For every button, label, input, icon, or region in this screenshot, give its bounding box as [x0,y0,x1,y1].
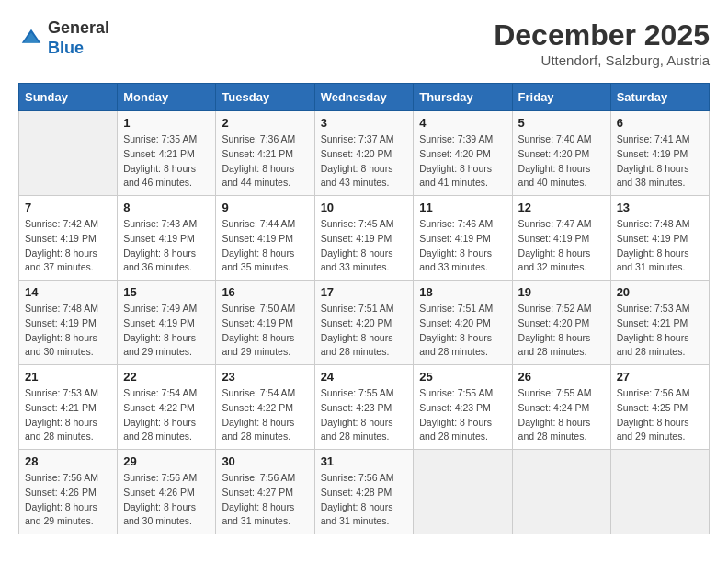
day-number: 6 [617,116,703,130]
calendar-cell: 4Sunrise: 7:39 AMSunset: 4:20 PMDaylight… [414,111,512,196]
calendar-cell: 13Sunrise: 7:48 AMSunset: 4:19 PMDayligh… [610,196,709,281]
day-info: Sunrise: 7:52 AMSunset: 4:20 PMDaylight:… [518,302,605,360]
day-number: 24 [321,370,408,384]
day-info: Sunrise: 7:37 AMSunset: 4:20 PMDaylight:… [321,132,408,190]
calendar-cell [512,450,610,534]
weekday-header-thursday: Thursday [414,84,512,111]
day-number: 3 [321,116,408,130]
day-number: 19 [518,285,605,299]
location-subtitle: Uttendorf, Salzburg, Austria [494,52,710,68]
logo: General Blue [18,18,109,58]
weekday-header-wednesday: Wednesday [314,84,414,111]
day-info: Sunrise: 7:47 AMSunset: 4:19 PMDaylight:… [518,217,605,275]
calendar-cell: 31Sunrise: 7:56 AMSunset: 4:28 PMDayligh… [314,450,414,534]
day-info: Sunrise: 7:48 AMSunset: 4:19 PMDaylight:… [617,217,703,275]
calendar-cell: 1Sunrise: 7:35 AMSunset: 4:21 PMDaylight… [118,111,216,196]
calendar-cell: 5Sunrise: 7:40 AMSunset: 4:20 PMDaylight… [512,111,610,196]
day-info: Sunrise: 7:56 AMSunset: 4:26 PMDaylight:… [25,471,111,529]
calendar-cell: 22Sunrise: 7:54 AMSunset: 4:22 PMDayligh… [118,365,216,450]
calendar-week-1: 1Sunrise: 7:35 AMSunset: 4:21 PMDaylight… [19,111,710,196]
day-info: Sunrise: 7:51 AMSunset: 4:20 PMDaylight:… [321,302,408,360]
calendar-week-2: 7Sunrise: 7:42 AMSunset: 4:19 PMDaylight… [19,196,710,281]
page-header: General Blue December 2025 Uttendorf, Sa… [18,18,710,68]
day-number: 20 [617,285,703,299]
day-number: 14 [25,285,111,299]
day-number: 10 [321,201,408,214]
day-info: Sunrise: 7:39 AMSunset: 4:20 PMDaylight:… [419,132,506,190]
day-info: Sunrise: 7:40 AMSunset: 4:20 PMDaylight:… [518,132,605,190]
day-info: Sunrise: 7:56 AMSunset: 4:26 PMDaylight:… [123,471,210,529]
calendar-cell: 8Sunrise: 7:43 AMSunset: 4:19 PMDaylight… [118,196,216,281]
calendar-cell: 2Sunrise: 7:36 AMSunset: 4:21 PMDaylight… [216,111,314,196]
day-info: Sunrise: 7:51 AMSunset: 4:20 PMDaylight:… [419,302,506,360]
day-number: 31 [321,454,408,468]
day-number: 25 [419,370,506,384]
day-info: Sunrise: 7:56 AMSunset: 4:25 PMDaylight:… [617,386,703,444]
day-info: Sunrise: 7:55 AMSunset: 4:24 PMDaylight:… [518,386,605,444]
calendar-cell: 29Sunrise: 7:56 AMSunset: 4:26 PMDayligh… [118,450,216,534]
day-number: 23 [222,370,308,384]
calendar-cell: 9Sunrise: 7:44 AMSunset: 4:19 PMDaylight… [216,196,314,281]
calendar-cell: 18Sunrise: 7:51 AMSunset: 4:20 PMDayligh… [414,281,512,365]
weekday-header-monday: Monday [118,84,216,111]
day-number: 30 [222,454,308,468]
calendar-cell [19,111,118,196]
weekday-header-sunday: Sunday [19,84,118,111]
weekday-header-row: SundayMondayTuesdayWednesdayThursdayFrid… [19,84,710,111]
calendar-week-4: 21Sunrise: 7:53 AMSunset: 4:21 PMDayligh… [19,365,710,450]
calendar-cell: 30Sunrise: 7:56 AMSunset: 4:27 PMDayligh… [216,450,314,534]
day-info: Sunrise: 7:53 AMSunset: 4:21 PMDaylight:… [25,386,111,444]
day-number: 1 [123,116,210,130]
day-info: Sunrise: 7:48 AMSunset: 4:19 PMDaylight:… [25,302,111,360]
day-number: 15 [123,285,210,299]
day-number: 17 [321,285,408,299]
day-info: Sunrise: 7:53 AMSunset: 4:21 PMDaylight:… [617,302,703,360]
weekday-header-friday: Friday [512,84,610,111]
day-number: 18 [419,285,506,299]
day-number: 11 [419,201,506,214]
day-number: 9 [222,201,308,214]
weekday-header-tuesday: Tuesday [216,84,314,111]
day-number: 21 [25,370,111,384]
calendar-week-3: 14Sunrise: 7:48 AMSunset: 4:19 PMDayligh… [19,281,710,365]
calendar-cell [610,450,709,534]
calendar-cell [414,450,512,534]
calendar-cell: 10Sunrise: 7:45 AMSunset: 4:19 PMDayligh… [314,196,414,281]
logo-icon [18,26,44,52]
day-number: 13 [617,201,703,214]
day-info: Sunrise: 7:46 AMSunset: 4:19 PMDaylight:… [419,217,506,275]
day-number: 12 [518,201,605,214]
calendar-cell: 24Sunrise: 7:55 AMSunset: 4:23 PMDayligh… [314,365,414,450]
day-info: Sunrise: 7:49 AMSunset: 4:19 PMDaylight:… [123,302,210,360]
day-info: Sunrise: 7:55 AMSunset: 4:23 PMDaylight:… [419,386,506,444]
day-info: Sunrise: 7:36 AMSunset: 4:21 PMDaylight:… [222,132,308,190]
day-number: 27 [617,370,703,384]
day-number: 2 [222,116,308,130]
calendar-cell: 12Sunrise: 7:47 AMSunset: 4:19 PMDayligh… [512,196,610,281]
calendar-cell: 28Sunrise: 7:56 AMSunset: 4:26 PMDayligh… [19,450,118,534]
calendar-week-5: 28Sunrise: 7:56 AMSunset: 4:26 PMDayligh… [19,450,710,534]
calendar-table: SundayMondayTuesdayWednesdayThursdayFrid… [18,83,710,534]
day-number: 22 [123,370,210,384]
weekday-header-saturday: Saturday [610,84,709,111]
calendar-cell: 15Sunrise: 7:49 AMSunset: 4:19 PMDayligh… [118,281,216,365]
day-info: Sunrise: 7:45 AMSunset: 4:19 PMDaylight:… [321,217,408,275]
day-number: 26 [518,370,605,384]
title-area: December 2025 Uttendorf, Salzburg, Austr… [494,18,710,68]
logo-blue: Blue [48,39,84,57]
day-info: Sunrise: 7:50 AMSunset: 4:19 PMDaylight:… [222,302,308,360]
day-info: Sunrise: 7:41 AMSunset: 4:19 PMDaylight:… [617,132,703,190]
month-title: December 2025 [494,18,710,52]
day-number: 4 [419,116,506,130]
calendar-cell: 11Sunrise: 7:46 AMSunset: 4:19 PMDayligh… [414,196,512,281]
logo-text: General Blue [48,18,109,58]
calendar-cell: 21Sunrise: 7:53 AMSunset: 4:21 PMDayligh… [19,365,118,450]
day-number: 16 [222,285,308,299]
day-info: Sunrise: 7:54 AMSunset: 4:22 PMDaylight:… [123,386,210,444]
day-info: Sunrise: 7:56 AMSunset: 4:28 PMDaylight:… [321,471,408,529]
day-info: Sunrise: 7:55 AMSunset: 4:23 PMDaylight:… [321,386,408,444]
day-number: 29 [123,454,210,468]
calendar-cell: 16Sunrise: 7:50 AMSunset: 4:19 PMDayligh… [216,281,314,365]
day-info: Sunrise: 7:35 AMSunset: 4:21 PMDaylight:… [123,132,210,190]
calendar-cell: 6Sunrise: 7:41 AMSunset: 4:19 PMDaylight… [610,111,709,196]
